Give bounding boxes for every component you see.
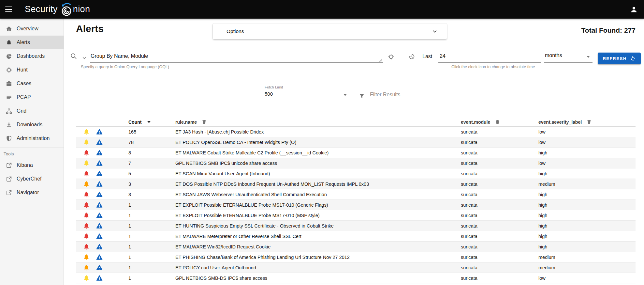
sidebar-item-grid[interactable]: Grid [0,104,64,118]
rule-name-cell[interactable]: ET MALWARE Win32/IcedID Request Cookie [175,242,271,252]
event-module-cell[interactable]: suricata [461,210,477,221]
event-module-cell[interactable]: suricata [461,262,477,273]
sidebar-item-dashboards[interactable]: Dashboards [0,49,64,63]
sidebar-item-navigator[interactable]: Navigator [0,186,64,199]
user-account-icon[interactable] [630,5,638,14]
warning-triangle-icon[interactable] [96,264,103,271]
event-module-cell[interactable]: suricata [461,231,477,242]
severity-bell-icon[interactable] [83,170,90,177]
table-row[interactable]: 3 ET SCAN JAWS Webserver Unauthenticated… [76,189,636,200]
event-module-cell[interactable]: suricata [461,179,477,189]
warning-triangle-icon[interactable] [96,128,103,135]
hamburger-menu-icon[interactable] [5,5,15,14]
warning-triangle-icon[interactable] [96,233,103,240]
sidebar-item-alerts[interactable]: Alerts [0,36,64,49]
sidebar-item-kibana[interactable]: Kibana [0,158,64,172]
event-module-cell[interactable]: suricata [461,242,477,252]
severity-bell-icon[interactable] [83,254,90,261]
fetch-limit-select[interactable]: 500 [265,89,349,100]
rule-name-cell[interactable]: ET POLICY OpenSSL Demo CA - Internet Wid… [175,137,296,148]
table-row[interactable]: 1 ET MALWARE Meterpreter or Other Revers… [76,231,636,242]
event-module-cell[interactable]: suricata [461,273,477,283]
severity-cell[interactable]: medium [538,262,555,273]
table-row[interactable]: 5 ET SCAN Mirai Variant User-Agent (Inbo… [76,168,636,179]
time-unit-select[interactable]: months [544,50,593,63]
table-row[interactable]: 1 ET EXPLOIT Possible ETERNALBLUE Probe … [76,200,636,210]
warning-triangle-icon[interactable] [96,243,103,250]
query-target-icon[interactable] [388,53,395,60]
sidebar-item-cyberchef[interactable]: CyberChef [0,172,64,186]
severity-bell-icon[interactable] [83,160,90,167]
warning-triangle-icon[interactable] [96,201,103,209]
severity-cell[interactable]: high [538,148,547,158]
sidebar-item-cases[interactable]: Cases [0,77,64,90]
severity-bell-icon[interactable] [83,181,90,188]
chevron-down-icon[interactable] [431,28,438,35]
rule-name-cell[interactable]: ET SCAN Mirai Variant User-Agent (Inboun… [175,168,270,179]
severity-cell[interactable]: high [538,200,547,210]
warning-triangle-icon[interactable] [96,222,103,230]
rule-name-cell[interactable]: ET EXPLOIT Possible ETERNALBLUE Probe MS… [175,210,320,221]
severity-bell-icon[interactable] [83,139,90,146]
table-row[interactable]: 1 ET HUNTING Suspicious Empty SSL Certif… [76,221,636,231]
rule-name-cell[interactable]: ET POLICY curl User-Agent Outbound [175,262,256,273]
table-row[interactable]: 165 ET JA3 Hash - [Abuse.ch] Possible Dr… [76,127,636,137]
severity-bell-icon[interactable] [83,128,90,135]
time-value-input[interactable] [438,50,541,63]
rule-name-cell[interactable]: ET MALWARE Cobalt Strike Malleable C2 Pr… [175,148,329,158]
column-header-event-module[interactable]: event.module [461,117,500,127]
severity-bell-icon[interactable] [83,212,90,219]
warning-triangle-icon[interactable] [96,149,103,156]
severity-bell-icon[interactable] [83,149,90,156]
query-history-chevron-icon[interactable] [81,55,87,61]
severity-cell[interactable]: high [538,221,547,231]
severity-cell[interactable]: high [538,210,547,221]
table-row[interactable]: 1 ET POLICY curl User-Agent Outbound sur… [76,262,636,273]
warning-triangle-icon[interactable] [96,181,103,188]
column-header-count[interactable]: Count [128,117,151,127]
event-module-cell[interactable]: suricata [461,221,477,231]
severity-cell[interactable]: low [538,158,546,168]
severity-bell-icon[interactable] [83,201,90,209]
severity-bell-icon[interactable] [83,222,90,230]
sort-desc-icon[interactable] [147,121,151,123]
table-row[interactable]: 1 ET PHISHING Chase/Bank of America Phis… [76,252,636,262]
table-row[interactable]: 1 GPL NETBIOS SMB-DS IPC$ share access s… [76,273,636,283]
severity-cell[interactable]: low [538,137,546,148]
warning-triangle-icon[interactable] [96,254,103,261]
warning-triangle-icon[interactable] [96,170,103,177]
warning-triangle-icon[interactable] [96,139,103,146]
event-module-cell[interactable]: suricata [461,137,477,148]
severity-cell[interactable]: low [538,127,546,137]
table-row[interactable]: 3 ET DOS Possible NTP DDoS Inbound Frequ… [76,179,636,189]
severity-cell[interactable]: medium [538,252,555,262]
remove-column-icon[interactable] [586,119,592,125]
severity-cell[interactable]: high [538,242,547,252]
sidebar-item-pcap[interactable]: PCAP [0,90,64,104]
table-row[interactable]: 7 GPL NETBIOS SMB IPC$ unicode share acc… [76,158,636,168]
table-row[interactable]: 1 ET MALWARE Win32/IcedID Request Cookie… [76,242,636,252]
remove-column-icon[interactable] [495,119,500,125]
event-module-cell[interactable]: suricata [461,168,477,179]
event-module-cell[interactable]: suricata [461,252,477,262]
remove-column-icon[interactable] [201,119,207,125]
column-header-rule-name[interactable]: rule.name [175,117,207,127]
event-module-cell[interactable]: suricata [461,158,477,168]
rule-name-cell[interactable]: ET SCAN JAWS Webserver Unauthenticated S… [175,189,327,200]
sidebar-item-administration[interactable]: Administration [0,132,64,145]
event-module-cell[interactable]: suricata [461,189,477,200]
table-row[interactable]: 8 ET MALWARE Cobalt Strike Malleable C2 … [76,148,636,158]
event-module-cell[interactable]: suricata [461,200,477,210]
severity-bell-icon[interactable] [83,233,90,240]
warning-triangle-icon[interactable] [96,191,103,198]
rule-name-cell[interactable]: ET JA3 Hash - [Abuse.ch] Possible Dridex [175,127,264,137]
rule-name-cell[interactable]: GPL NETBIOS SMB IPC$ unicode share acces… [175,158,277,168]
table-row[interactable]: 78 ET POLICY OpenSSL Demo CA - Internet … [76,137,636,148]
rule-name-cell[interactable]: ET PHISHING Chase/Bank of America Phishi… [175,252,350,262]
sidebar-item-hunt[interactable]: Hunt [0,63,64,77]
rule-name-cell[interactable]: ET EXPLOIT Possible ETERNALBLUE Probe MS… [175,200,328,210]
event-module-cell[interactable]: suricata [461,148,477,158]
filter-funnel-icon[interactable] [358,92,365,100]
severity-bell-icon[interactable] [83,264,90,271]
search-icon[interactable] [70,52,78,60]
